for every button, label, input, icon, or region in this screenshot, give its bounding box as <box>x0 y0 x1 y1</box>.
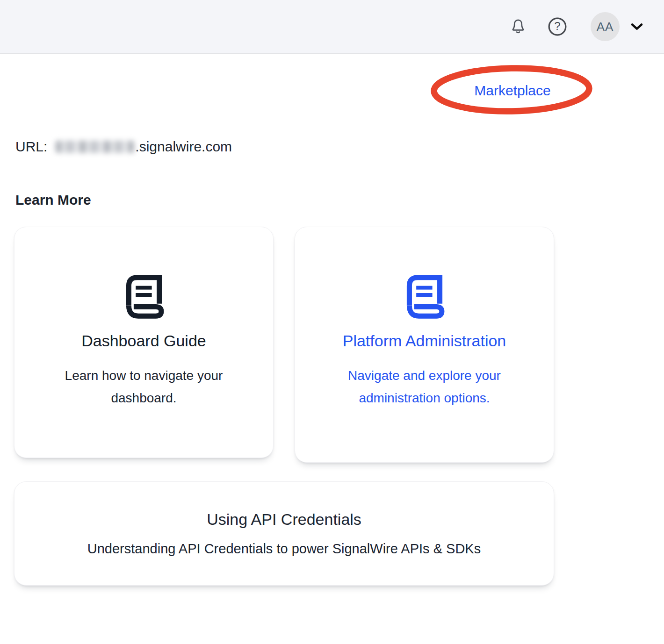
url-suffix: .signalwire.com <box>135 139 232 155</box>
bell-icon <box>509 17 527 36</box>
card-description: Understanding API Credentials to power S… <box>87 539 481 558</box>
avatar[interactable]: AA <box>591 12 620 41</box>
card-description: Navigate and explore your administration… <box>326 365 523 409</box>
marketplace-annotation-group: Marketplace <box>431 66 594 115</box>
card-title: Using API Credentials <box>207 508 361 530</box>
platform-administration-card[interactable]: Platform Administration Navigate and exp… <box>295 227 554 463</box>
card-description: Learn how to navigate your dashboard. <box>65 365 224 409</box>
marketplace-link[interactable]: Marketplace <box>474 83 550 99</box>
dashboard-guide-card[interactable]: Dashboard Guide Learn how to navigate yo… <box>14 227 274 458</box>
notifications-button[interactable] <box>509 17 527 36</box>
top-bar: ? AA <box>0 0 664 54</box>
book-icon <box>397 269 452 324</box>
workspace-url: URL: .signalwire.com <box>15 139 232 155</box>
help-button[interactable]: ? <box>547 16 568 37</box>
help-icon: ? <box>547 16 568 37</box>
redacted-subdomain <box>56 141 134 153</box>
card-title: Platform Administration <box>343 330 506 351</box>
using-api-credentials-card[interactable]: Using API Credentials Understanding API … <box>14 481 554 586</box>
avatar-initials: AA <box>597 20 614 34</box>
account-menu-button[interactable] <box>630 21 644 32</box>
chevron-down-icon <box>630 21 644 32</box>
url-label: URL: <box>15 139 47 155</box>
learn-more-heading: Learn More <box>15 192 91 208</box>
book-icon <box>116 269 172 324</box>
card-title: Dashboard Guide <box>81 330 206 351</box>
svg-text:?: ? <box>554 20 560 32</box>
